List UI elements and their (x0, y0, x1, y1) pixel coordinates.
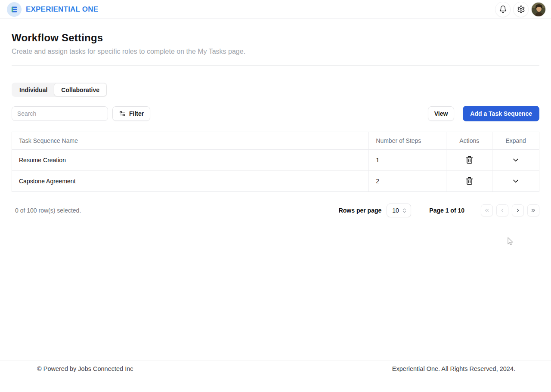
table-row[interactable]: Capstone Agreement 2 (12, 170, 539, 191)
view-button-label: View (434, 110, 448, 117)
task-type-tabs: Individual Collaborative (12, 83, 107, 97)
title-divider (12, 65, 539, 66)
table-row[interactable]: Resume Creation 1 (12, 149, 539, 170)
view-button[interactable]: View (428, 106, 455, 121)
pager-buttons (481, 204, 539, 216)
footer-powered-by: © Powered by Jobs Connected Inc (37, 365, 133, 372)
next-page-button[interactable] (512, 204, 524, 216)
search-input[interactable] (12, 106, 108, 121)
main-content: Workflow Settings Create and assign task… (0, 19, 551, 361)
add-task-sequence-button[interactable]: Add a Task Sequence (463, 106, 539, 121)
filter-button[interactable]: Filter (112, 106, 150, 121)
delete-row-button[interactable] (464, 175, 475, 187)
tab-individual[interactable]: Individual (12, 83, 54, 96)
cell-sequence-name: Capstone Agreement (12, 170, 369, 191)
appbar-actions (495, 2, 546, 17)
column-header-steps: Number of Steps (369, 132, 446, 149)
first-page-button[interactable] (481, 204, 493, 216)
column-header-name: Task Sequence Name (12, 132, 369, 149)
chevron-down-icon (511, 177, 520, 185)
trash-icon (465, 177, 474, 185)
table-header-row: Task Sequence Name Number of Steps Actio… (12, 132, 539, 149)
chevrons-left-icon (484, 207, 490, 213)
rows-per-page-value: 10 (392, 207, 399, 214)
filter-button-label: Filter (129, 110, 144, 117)
toolbar: Filter View Add a Task Sequence (12, 106, 539, 121)
column-header-actions: Actions (446, 132, 492, 149)
rows-per-page-label: Rows per page (339, 207, 382, 214)
page-indicator: Page 1 of 10 (429, 207, 464, 214)
cell-steps: 1 (369, 149, 446, 170)
delete-row-button[interactable] (464, 154, 475, 166)
user-avatar[interactable] (531, 2, 546, 17)
rows-selected-text: 0 of 100 row(s) selected. (12, 207, 81, 214)
chevron-left-icon (499, 207, 505, 213)
trash-icon (465, 156, 474, 164)
app-header: EXPERIENTIAL ONE (0, 0, 551, 19)
add-task-sequence-label: Add a Task Sequence (470, 110, 532, 117)
bell-icon (499, 5, 507, 13)
previous-page-button[interactable] (496, 204, 508, 216)
chevrons-right-icon (530, 207, 536, 213)
column-header-expand: Expand (492, 132, 539, 149)
brand-logo-icon (7, 2, 22, 17)
brand: EXPERIENTIAL ONE (7, 2, 98, 17)
chevron-down-icon (511, 156, 520, 164)
pagination-bar: 0 of 100 row(s) selected. Rows per page … (12, 204, 539, 217)
expand-row-button[interactable] (510, 175, 522, 187)
cell-sequence-name: Resume Creation (12, 149, 369, 170)
footer-copyright: Experiential One. All Rights Reserved, 2… (392, 365, 515, 372)
gear-icon (517, 5, 525, 13)
rows-per-page-select[interactable]: 10 (387, 204, 411, 217)
tab-collaborative[interactable]: Collaborative (54, 83, 106, 96)
chevrons-up-down-icon (402, 208, 407, 213)
expand-row-button[interactable] (510, 154, 522, 166)
page-title: Workflow Settings (12, 32, 539, 44)
settings-button[interactable] (513, 2, 529, 17)
cell-steps: 2 (369, 170, 446, 191)
chevron-right-icon (515, 207, 521, 213)
page-subtitle: Create and assign tasks for specific rol… (12, 48, 539, 56)
task-sequence-table: Task Sequence Name Number of Steps Actio… (12, 132, 539, 192)
page-footer: © Powered by Jobs Connected Inc Experien… (0, 361, 551, 392)
last-page-button[interactable] (527, 204, 539, 216)
notifications-button[interactable] (495, 2, 511, 17)
filter-sliders-icon (119, 110, 126, 117)
brand-name: EXPERIENTIAL ONE (26, 5, 98, 14)
